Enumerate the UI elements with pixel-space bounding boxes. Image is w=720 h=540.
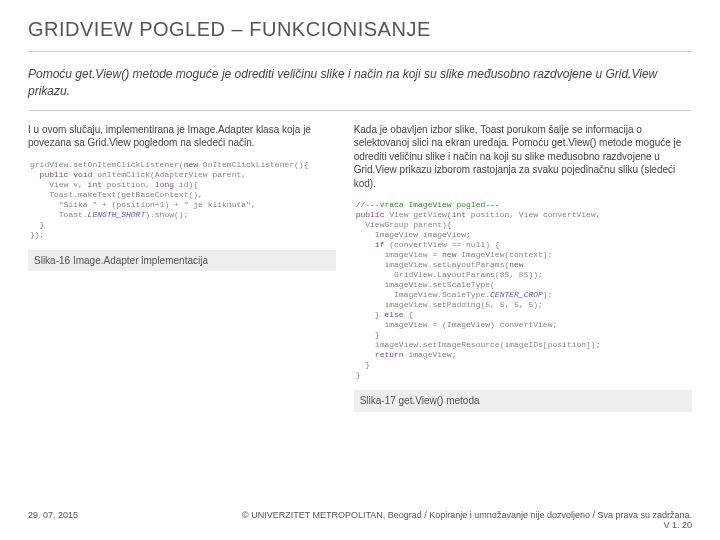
- right-column: Kada je obavljen izbor slike, Toast poru…: [354, 123, 692, 412]
- slide-title: GRIDVIEW POGLED – FUNKCIONISANJE: [28, 18, 692, 52]
- two-columns: I u ovom slučaju, implementirana je Imag…: [28, 123, 692, 412]
- right-caption: Slika-17 get.View() metoda: [354, 390, 692, 412]
- footer-copy-line2: V 1. 20: [663, 520, 692, 530]
- left-column: I u ovom slučaju, implementirana je Imag…: [28, 123, 336, 412]
- right-code-block: //---vraća ImageView pogled--- public Vi…: [354, 196, 692, 384]
- footer-date: 29. 07. 2015: [28, 510, 78, 530]
- left-paragraph: I u ovom slučaju, implementirana je Imag…: [28, 123, 336, 150]
- right-paragraph: Kada je obavljen izbor slike, Toast poru…: [354, 123, 692, 191]
- footer-copy-line1: © UNIVERZITET METROPOLITAN, Beograd / Ko…: [242, 510, 692, 520]
- left-caption: Slika-16 Image.Adapter implementacija: [28, 250, 336, 272]
- left-code-block: gridView.setOnItemClickListener(new OnIt…: [28, 156, 336, 244]
- footer-copyright: © UNIVERZITET METROPOLITAN, Beograd / Ko…: [242, 510, 692, 530]
- intro-text: Pomoću get.View() metode moguće je odred…: [28, 66, 692, 111]
- footer: 29. 07. 2015 © UNIVERZITET METROPOLITAN,…: [0, 510, 720, 530]
